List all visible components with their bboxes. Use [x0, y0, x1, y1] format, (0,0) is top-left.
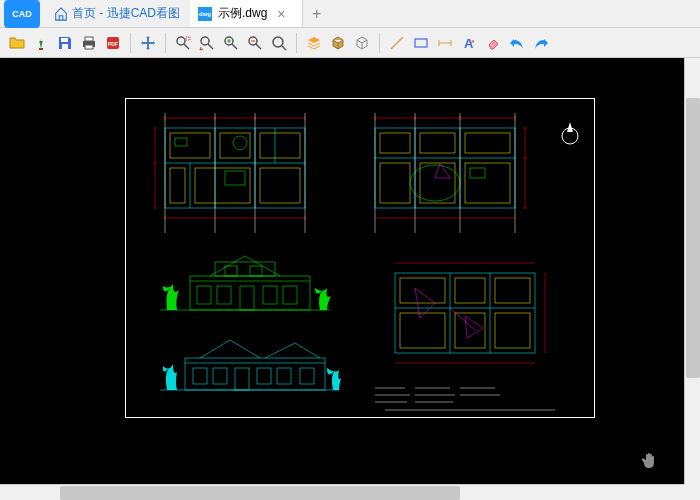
svg-rect-116	[495, 313, 530, 348]
svg-rect-40	[260, 168, 300, 203]
elevation-south	[155, 248, 335, 318]
home-tab-label: 首页 - 迅捷CAD看图	[72, 5, 180, 22]
home-tab[interactable]: 首页 - 迅捷CAD看图	[44, 0, 190, 27]
svg-line-22	[391, 37, 403, 49]
svg-rect-101	[213, 368, 227, 384]
svg-rect-100	[193, 368, 207, 384]
drawing-viewport[interactable]	[0, 58, 700, 500]
svg-rect-1	[61, 38, 68, 42]
floor-plan-1	[145, 113, 325, 233]
svg-rect-41	[225, 171, 245, 185]
svg-text:PDF: PDF	[108, 41, 118, 47]
compass-icon	[555, 118, 585, 148]
svg-text:a: a	[471, 38, 475, 44]
svg-rect-93	[263, 286, 277, 304]
view-3d-button[interactable]	[327, 32, 349, 54]
svg-rect-94	[283, 286, 297, 304]
separator	[379, 33, 380, 53]
zoom-out-button[interactable]	[244, 32, 266, 54]
vertical-scroll-thumb[interactable]	[686, 98, 700, 378]
svg-rect-90	[197, 286, 211, 304]
svg-rect-115	[455, 313, 485, 348]
zoom-window-button[interactable]	[172, 32, 194, 54]
dimension-button[interactable]	[434, 32, 456, 54]
export-image-button[interactable]	[30, 32, 52, 54]
text-button[interactable]: Aa	[458, 32, 480, 54]
svg-rect-42	[175, 138, 187, 146]
svg-rect-105	[300, 368, 314, 384]
close-tab-icon[interactable]: ×	[273, 6, 289, 22]
svg-rect-111	[400, 278, 445, 303]
svg-rect-39	[195, 168, 250, 203]
svg-point-8	[177, 37, 185, 45]
svg-point-43	[233, 136, 247, 150]
svg-rect-89	[215, 262, 275, 276]
svg-rect-10	[186, 37, 190, 40]
svg-rect-68	[420, 163, 455, 203]
layers-button[interactable]	[303, 32, 325, 54]
hand-cursor-icon	[640, 450, 660, 470]
svg-point-70	[410, 165, 460, 201]
print-button[interactable]	[78, 32, 100, 54]
svg-line-117	[450, 308, 475, 330]
svg-rect-112	[455, 278, 485, 303]
magnify-button[interactable]	[268, 32, 290, 54]
separator	[165, 33, 166, 53]
separator	[130, 33, 131, 53]
svg-line-9	[184, 44, 189, 49]
horizontal-scroll-thumb[interactable]	[60, 486, 460, 500]
save-button[interactable]	[54, 32, 76, 54]
scroll-corner	[684, 484, 700, 500]
pdf-button[interactable]: PDF	[102, 32, 124, 54]
zoom-in-button[interactable]	[220, 32, 242, 54]
file-tab-label: 示例.dwg	[218, 5, 267, 22]
svg-rect-2	[62, 44, 68, 49]
title-block	[365, 383, 575, 413]
zoom-extents-button[interactable]	[196, 32, 218, 54]
title-bar: CAD 首页 - 迅捷CAD看图 dwg 示例.dwg × +	[0, 0, 700, 28]
pan-button[interactable]	[137, 32, 159, 54]
svg-rect-114	[400, 313, 445, 348]
file-tab[interactable]: dwg 示例.dwg ×	[190, 0, 303, 27]
svg-point-11	[201, 37, 209, 45]
cube-button[interactable]	[351, 32, 373, 54]
toolbar: PDF Aa	[0, 28, 700, 58]
separator	[296, 33, 297, 53]
svg-rect-69	[465, 163, 510, 203]
svg-rect-102	[235, 368, 249, 390]
elevation-west	[155, 328, 345, 398]
svg-point-20	[273, 37, 283, 47]
svg-rect-103	[257, 368, 271, 384]
rect-button[interactable]	[410, 32, 432, 54]
svg-rect-67	[380, 163, 410, 203]
vertical-scrollbar[interactable]	[684, 58, 700, 484]
svg-rect-66	[465, 133, 510, 153]
home-icon	[54, 7, 68, 21]
svg-rect-60	[375, 128, 515, 208]
svg-rect-4	[85, 37, 93, 41]
svg-rect-65	[420, 133, 455, 153]
svg-line-18	[256, 44, 261, 49]
svg-rect-23	[415, 39, 427, 47]
svg-rect-64	[380, 133, 410, 153]
redo-button[interactable]	[530, 32, 552, 54]
open-button[interactable]	[6, 32, 28, 54]
svg-rect-38	[170, 168, 185, 203]
svg-rect-113	[495, 278, 530, 303]
svg-rect-95	[225, 266, 237, 276]
horizontal-scrollbar[interactable]	[0, 484, 684, 500]
svg-rect-37	[260, 133, 300, 158]
svg-rect-5	[85, 45, 93, 49]
svg-rect-0	[39, 48, 43, 50]
new-tab-button[interactable]: +	[303, 0, 331, 27]
svg-line-14	[232, 44, 237, 49]
svg-rect-96	[250, 266, 262, 276]
svg-rect-104	[277, 368, 291, 384]
line-button[interactable]	[386, 32, 408, 54]
svg-line-21	[282, 46, 286, 50]
svg-rect-92	[240, 286, 254, 310]
svg-rect-91	[217, 286, 231, 304]
undo-button[interactable]	[506, 32, 528, 54]
drawing-canvas	[125, 98, 595, 418]
erase-button[interactable]	[482, 32, 504, 54]
